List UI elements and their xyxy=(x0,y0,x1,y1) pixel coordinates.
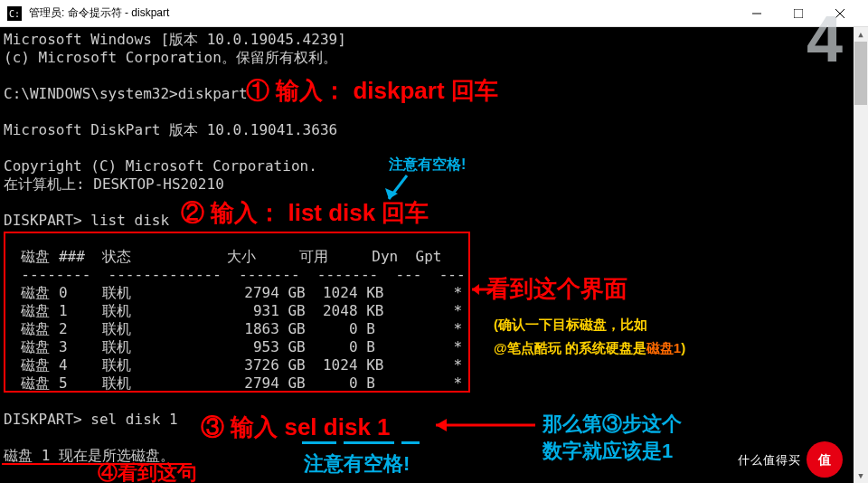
output-line: (c) Microsoft Corporation。保留所有权利。 xyxy=(4,49,850,67)
output-line xyxy=(4,230,850,248)
table-row: 磁盘 4 联机 3726 GB 1024 KB * xyxy=(4,356,850,374)
output-line xyxy=(4,429,850,447)
output-line xyxy=(4,194,850,212)
terminal-area[interactable]: Microsoft Windows [版本 10.0.19045.4239] (… xyxy=(0,27,854,483)
prompt-line: DISKPART> sel disk 1 xyxy=(4,411,850,429)
table-row: 磁盘 3 联机 953 GB 0 B * xyxy=(4,338,850,356)
table-row: 磁盘 0 联机 2794 GB 1024 KB * xyxy=(4,284,850,302)
output-line: Microsoft DiskPart 版本 10.0.19041.3636 xyxy=(4,121,850,139)
scroll-thumb[interactable] xyxy=(854,42,867,105)
output-line xyxy=(4,393,850,411)
table-row: 磁盘 1 联机 931 GB 2048 KB * xyxy=(4,302,850,320)
table-row: 磁盘 2 联机 1863 GB 0 B * xyxy=(4,320,850,338)
svg-text:C:: C: xyxy=(9,9,20,19)
table-divider: -------- ------------- ------- ------- -… xyxy=(4,266,850,284)
svg-rect-3 xyxy=(794,9,803,18)
output-line: Copyright (C) Microsoft Corporation. xyxy=(4,157,850,175)
scrollbar[interactable]: ▲ ▼ xyxy=(854,27,868,483)
scroll-down-icon[interactable]: ▼ xyxy=(854,469,868,483)
window-controls xyxy=(736,0,861,27)
table-row: 磁盘 5 联机 2794 GB 0 B * xyxy=(4,374,850,393)
scroll-up-icon[interactable]: ▲ xyxy=(854,27,868,42)
output-line: 磁盘 1 现在是所选磁盘。 xyxy=(4,447,850,465)
minimize-button[interactable] xyxy=(736,0,778,27)
output-line xyxy=(4,139,850,157)
close-button[interactable] xyxy=(819,0,861,27)
maximize-button[interactable] xyxy=(778,0,819,27)
output-line xyxy=(4,103,850,121)
table-header: 磁盘 ### 状态 大小 可用 Dyn Gpt xyxy=(4,248,850,266)
window-title: 管理员: 命令提示符 - diskpart xyxy=(29,5,736,21)
output-line: 在计算机上: DESKTOP-HS20210 xyxy=(4,175,850,194)
cmd-icon: C: xyxy=(7,6,22,21)
output-line: Microsoft Windows [版本 10.0.19045.4239] xyxy=(4,31,850,49)
output-line xyxy=(4,465,850,483)
titlebar: C: 管理员: 命令提示符 - diskpart xyxy=(0,0,868,27)
output-line xyxy=(4,67,850,85)
prompt-line: C:\WINDOWS\system32>diskpart xyxy=(4,85,850,103)
prompt-line: DISKPART> list disk xyxy=(4,212,850,230)
